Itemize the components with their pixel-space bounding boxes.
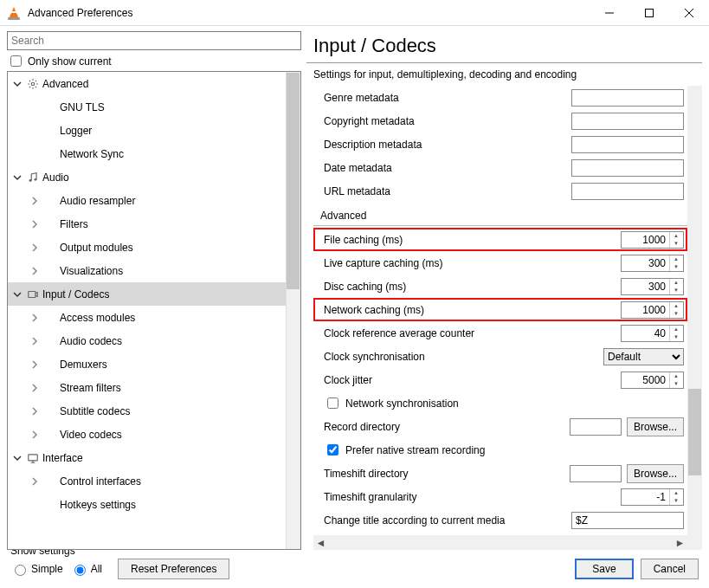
- spin-up-icon[interactable]: ▲: [670, 326, 682, 333]
- url-input[interactable]: [571, 183, 684, 200]
- tree-item[interactable]: Interface: [8, 446, 300, 469]
- save-button[interactable]: Save: [575, 559, 633, 579]
- number-spinner[interactable]: ▲▼: [621, 278, 684, 295]
- spin-down-icon[interactable]: ▼: [670, 333, 682, 341]
- tree-item-label: Advanced: [41, 78, 300, 90]
- spin-down-icon[interactable]: ▼: [670, 263, 682, 271]
- tree-item[interactable]: Network Sync: [8, 142, 300, 165]
- only-current-checkbox[interactable]: [10, 55, 22, 67]
- spin-up-icon[interactable]: ▲: [670, 255, 682, 263]
- setting-label: Clock reference average counter: [324, 327, 621, 339]
- spin-up-icon[interactable]: ▲: [670, 302, 682, 310]
- radio-all[interactable]: All: [70, 562, 102, 576]
- chevron-icon[interactable]: [27, 360, 42, 369]
- window-title: Advanced Preferences: [28, 7, 590, 19]
- tree-item[interactable]: GNU TLS: [8, 95, 300, 119]
- tree-item[interactable]: Demuxers: [8, 352, 300, 376]
- chevron-icon[interactable]: [10, 290, 25, 299]
- search-input[interactable]: [7, 31, 301, 50]
- cancel-button[interactable]: Cancel: [641, 559, 699, 579]
- record-dir-input[interactable]: [570, 418, 622, 436]
- tree-item[interactable]: Stream filters: [8, 376, 300, 399]
- browse-button[interactable]: Browse...: [627, 464, 684, 483]
- tree-item-label: Filters: [58, 218, 300, 230]
- chevron-icon[interactable]: [10, 454, 25, 462]
- radio-simple[interactable]: Simple: [10, 562, 63, 576]
- chevron-icon[interactable]: [27, 267, 42, 275]
- tree-item[interactable]: Video codecs: [8, 423, 300, 446]
- genre-input[interactable]: [571, 89, 684, 107]
- tree-item[interactable]: Visualizations: [8, 259, 300, 282]
- chevron-icon[interactable]: [10, 173, 25, 182]
- network-sync-checkbox[interactable]: [327, 397, 338, 409]
- scroll-right-icon[interactable]: ►: [673, 535, 687, 550]
- tree-item[interactable]: Access modules: [8, 306, 300, 329]
- chevron-icon[interactable]: [27, 337, 42, 346]
- chevron-icon[interactable]: [27, 430, 42, 439]
- chevron-icon[interactable]: [27, 197, 42, 205]
- reset-button[interactable]: Reset Preferences: [118, 559, 229, 579]
- spin-up-icon[interactable]: ▲: [670, 372, 682, 380]
- number-spinner[interactable]: ▲▼: [621, 488, 684, 506]
- close-button[interactable]: [669, 0, 709, 26]
- tree-item[interactable]: Advanced: [8, 72, 300, 95]
- title-format-input[interactable]: [571, 512, 684, 529]
- tree-item[interactable]: Logger: [8, 119, 300, 142]
- tree-scrollbar[interactable]: [286, 72, 300, 549]
- browse-button[interactable]: Browse...: [627, 417, 684, 436]
- panel-hscrollbar[interactable]: ◄ ►: [313, 535, 687, 550]
- footer: Show settings Simple All Reset Preferenc…: [0, 550, 709, 588]
- setting-label: Record directory: [324, 421, 570, 433]
- date-input[interactable]: [571, 159, 684, 177]
- description-input[interactable]: [571, 136, 684, 153]
- number-spinner[interactable]: ▲▼: [621, 231, 684, 249]
- timeshift-dir-input[interactable]: [570, 465, 622, 482]
- chevron-icon[interactable]: [27, 313, 42, 322]
- minimize-button[interactable]: [590, 0, 629, 26]
- tree-item-label: Access modules: [58, 312, 300, 324]
- panel-vscrollbar[interactable]: [687, 86, 702, 550]
- chevron-icon[interactable]: [27, 243, 42, 252]
- number-spinner[interactable]: ▲▼: [621, 372, 684, 389]
- spin-down-icon[interactable]: ▼: [670, 497, 682, 505]
- tree-item-label: Logger: [58, 125, 300, 137]
- spin-down-icon[interactable]: ▼: [670, 287, 682, 294]
- spin-down-icon[interactable]: ▼: [670, 380, 682, 388]
- tree-item[interactable]: Input / Codecs: [8, 282, 300, 306]
- number-spinner[interactable]: ▲▼: [621, 255, 684, 272]
- chevron-icon[interactable]: [27, 384, 42, 392]
- tree-item[interactable]: Hotkeys settings: [8, 493, 300, 516]
- chevron-icon[interactable]: [27, 407, 42, 416]
- maximize-button[interactable]: [629, 0, 669, 26]
- category-icon: [25, 452, 41, 464]
- network-caching-row: Network caching (ms)▲▼: [313, 298, 687, 321]
- tree-item-label: Audio resampler: [58, 195, 300, 207]
- spin-up-icon[interactable]: ▲: [670, 489, 682, 497]
- tree-item[interactable]: Output modules: [8, 236, 300, 259]
- copyright-input[interactable]: [571, 113, 684, 130]
- spin-up-icon[interactable]: ▲: [670, 279, 682, 287]
- chevron-icon[interactable]: [10, 80, 25, 88]
- number-spinner[interactable]: ▲▼: [621, 325, 684, 342]
- prefer-native-checkbox[interactable]: [327, 444, 338, 456]
- setting-label: Description metadata: [324, 139, 571, 151]
- svg-point-6: [34, 178, 36, 180]
- category-icon: [25, 171, 41, 184]
- tree-item[interactable]: Audio resampler: [8, 189, 300, 212]
- spin-up-icon[interactable]: ▲: [670, 232, 682, 240]
- clock-sync-select[interactable]: Default: [603, 348, 684, 365]
- spin-down-icon[interactable]: ▼: [670, 240, 682, 248]
- spin-down-icon[interactable]: ▼: [670, 310, 682, 318]
- tree-item[interactable]: Control interfaces: [8, 469, 300, 493]
- number-spinner[interactable]: ▲▼: [621, 301, 684, 319]
- scroll-left-icon[interactable]: ◄: [313, 535, 328, 550]
- chevron-icon[interactable]: [27, 477, 42, 486]
- tree-item[interactable]: Audio: [8, 165, 300, 189]
- tree-item-label: Network Sync: [58, 148, 300, 160]
- tree-item[interactable]: Audio codecs: [8, 329, 300, 352]
- tree-item[interactable]: Filters: [8, 212, 300, 236]
- tree-item-label: Subtitle codecs: [58, 405, 300, 417]
- chevron-icon[interactable]: [27, 220, 42, 229]
- tree-item[interactable]: Subtitle codecs: [8, 399, 300, 423]
- preferences-tree[interactable]: AdvancedGNU TLSLoggerNetwork SyncAudioAu…: [7, 71, 301, 550]
